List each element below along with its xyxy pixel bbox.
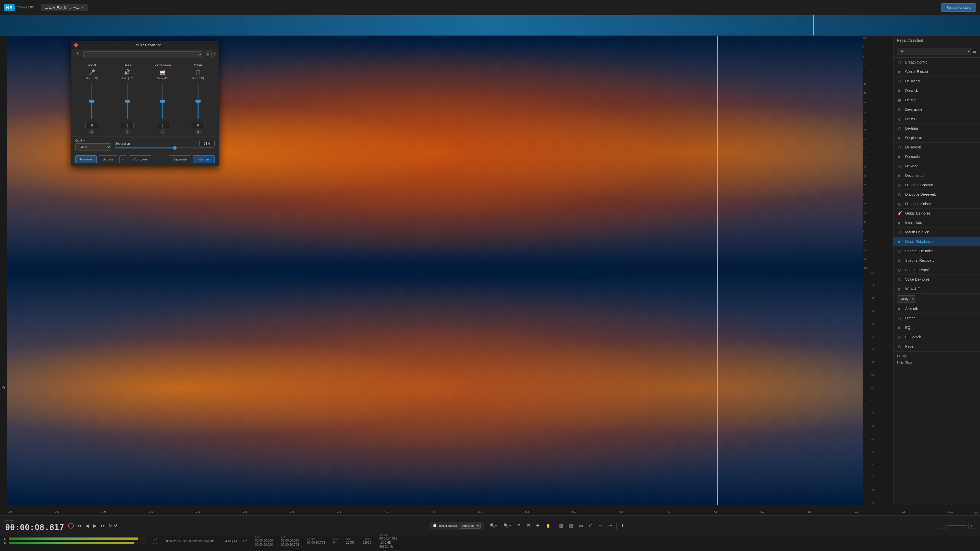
compare-button[interactable]: Compare [129, 156, 151, 163]
sidebar-item-music-rebalance[interactable]: ◎ Music Rebalance [894, 237, 980, 246]
dialogue-de-reverb-label: Dialogue De-reverb [905, 192, 936, 197]
sidebar-item-dither[interactable]: ◎ Dither [894, 313, 980, 323]
forward-button[interactable]: ⏭ [100, 522, 107, 529]
sidebar-item-dialogue-isolate[interactable]: ◎ Dialogue Isolate [894, 199, 980, 209]
spectrogram-toggle[interactable]: ▤ [567, 522, 575, 529]
lasso-tool[interactable]: ⬡ [587, 522, 595, 529]
spectrogram-bottom[interactable] [7, 270, 862, 505]
hand-tool[interactable]: ✋ [544, 522, 553, 529]
vocal-reset-button[interactable]: ↺ [89, 129, 94, 135]
quality-dropdown[interactable]: Good [75, 143, 111, 151]
percussion-fader-handle[interactable] [160, 100, 165, 103]
bass-value[interactable] [121, 123, 134, 128]
percussion-reset-button[interactable]: ↺ [160, 129, 165, 135]
spectrogram-area[interactable]: Music Rebalance 🎛 ☰ ? Vocal 🎤 [7, 36, 862, 505]
sidebar-item-eq[interactable]: ◎ EQ [894, 323, 980, 332]
dialog-menu-button[interactable]: ☰ [204, 52, 212, 58]
file-tab[interactable]: 1. Low_Full_Mirror.wav ✕ [41, 4, 88, 11]
separation-value-input[interactable] [199, 141, 215, 146]
separation-slider[interactable] [115, 148, 215, 148]
sidebar-item-deconstruct[interactable]: ◎ Deconstruct [894, 171, 980, 180]
sidebar-item-dialogue-de-reverb[interactable]: ◎ Dialogue De-reverb [894, 190, 980, 199]
bass-fader-handle[interactable] [125, 100, 130, 103]
sidebar-item-de-hum[interactable]: ◎ De-hum [894, 124, 980, 133]
sidebar-item-breath-control[interactable]: ◎ Breath Control [894, 58, 980, 67]
tab-close-icon[interactable]: ✕ [81, 6, 84, 9]
rewind-button[interactable]: ⏮ [76, 522, 83, 529]
zoom-out-button[interactable]: 🔍− [501, 522, 513, 529]
history-item-initial[interactable]: Initial State [897, 359, 977, 366]
sidebar-item-de-crackle[interactable]: ◎ De-crackle [894, 105, 980, 114]
zoom-sel-button[interactable]: ⊡ [525, 522, 532, 529]
repair-assistant-button[interactable]: Repair Assistant [941, 3, 976, 12]
sidebar-item-azimuth[interactable]: ◎ Azimuth [894, 304, 980, 313]
sidebar-item-eq-match[interactable]: ◎ EQ Match [894, 332, 980, 342]
zoom-in-h-button[interactable]: + [968, 523, 975, 529]
dialog-plugin-icon[interactable]: 🎛 [74, 52, 81, 57]
sidebar-item-de-rustle[interactable]: ◎ De-rustle [894, 152, 980, 162]
loop-button[interactable]: ↻ [108, 523, 112, 528]
sidebar-item-spectral-recovery[interactable]: ◎ Spectral Recovery [894, 256, 980, 265]
play-button[interactable]: ▶ [92, 522, 98, 530]
sidebar-item-voice-de-noise[interactable]: ◎ Voice De-noise [894, 275, 980, 284]
record-button[interactable] [68, 523, 74, 529]
separate-button[interactable]: Separate [169, 156, 191, 163]
sidebar-item-de-clip[interactable]: ▣ De-clip [894, 95, 980, 105]
sidebar-item-de-reverb[interactable]: ◎ De-reverb [894, 143, 980, 152]
other-fader-handle[interactable] [196, 100, 200, 103]
pencil-tool[interactable]: 〜 [606, 522, 614, 529]
separation-slider-handle[interactable] [173, 146, 177, 150]
display-toggle[interactable]: ▦ [557, 522, 565, 529]
bass-reset-button[interactable]: ↺ [125, 129, 130, 135]
sidebar-item-dialogue-contour[interactable]: ◎ Dialogue Contour [894, 180, 980, 190]
bass-fader-track[interactable] [127, 83, 128, 119]
sidebar-item-center-extract[interactable]: ◎ Center Extract [894, 67, 980, 76]
render-button[interactable]: Render [193, 156, 215, 163]
preset-dropdown[interactable] [83, 51, 202, 58]
sidebar-item-spectral-de-noise[interactable]: ◎ Spectral De-noise [894, 246, 980, 256]
sidebar-item-spectral-repair[interactable]: ◎ Spectral Repair [894, 265, 980, 275]
sidebar-item-de-ess[interactable]: ◎ De-ess [894, 114, 980, 124]
preview-button[interactable]: Preview [75, 156, 97, 163]
vocal-fader-handle[interactable] [89, 100, 94, 103]
bypass-button[interactable]: Bypass [99, 156, 118, 163]
sidebar-item-mouth-de-click[interactable]: ◎ Mouth De-click [894, 227, 980, 237]
utility-dropdown[interactable]: Utility [897, 295, 915, 303]
selection-tool[interactable]: ✚ [534, 522, 542, 529]
percussion-fader-track[interactable] [162, 83, 163, 119]
back-button[interactable]: ◀ [84, 522, 90, 530]
other-fader-track[interactable] [197, 83, 199, 119]
app-logo: RX ADVANCED [4, 4, 35, 11]
plus-button[interactable]: + [119, 156, 127, 163]
percussion-value[interactable] [156, 123, 169, 128]
render-btn-toolbar[interactable]: ⬆ [619, 522, 626, 529]
sidebar-item-wow-flutter[interactable]: ◎ Wow & Flutter [894, 284, 980, 294]
sidebar-filter-dropdown[interactable]: All [897, 48, 971, 55]
other-value[interactable] [192, 123, 204, 128]
attenuation-dropdown[interactable]: Attenuate [460, 523, 480, 529]
other-reset-button[interactable]: ↺ [196, 129, 200, 135]
zoom-out-h-button[interactable]: − [939, 523, 946, 529]
vocal-value[interactable] [86, 123, 98, 128]
sidebar-item-de-plosive[interactable]: ◎ De-plosive [894, 133, 980, 143]
zoom-in-button[interactable]: 🔍+ [488, 522, 500, 529]
waveform-toggle[interactable]: ▭ [577, 522, 585, 529]
sidebar-item-fade[interactable]: ◎ Fade [894, 342, 980, 351]
dialog-help-button[interactable]: ? [213, 52, 216, 57]
instant-process-checkbox[interactable] [433, 524, 436, 527]
timeline-ruler[interactable]: sec 0.00.51.01.52.02.53.03.54.04.55.05.5… [0, 505, 980, 515]
sidebar-item-de-bleed[interactable]: ◎ De-bleed [894, 76, 980, 86]
spectrogram-top[interactable]: Music Rebalance 🎛 ☰ ? Vocal 🎤 [7, 36, 862, 270]
sidebar-item-de-wind[interactable]: ◎ De-wind [894, 162, 980, 171]
fit-button[interactable]: ⊞ [515, 522, 523, 529]
sidebar-item-de-click[interactable]: ◎ De-click [894, 86, 980, 95]
sidebar-item-guitar-de-noise[interactable]: 🎸 Guitar De-noise [894, 209, 980, 218]
waveform-overview[interactable] [0, 15, 980, 36]
sidebar-menu-button[interactable]: ☰ [973, 49, 977, 54]
vocal-fader-track[interactable] [91, 83, 92, 119]
zoom-slider[interactable] [947, 525, 967, 526]
sidebar-item-interpolate[interactable]: ◎ Interpolate [894, 218, 980, 227]
brush-tool[interactable]: ✏ [597, 522, 604, 529]
dialog-close-button[interactable] [74, 43, 78, 47]
loop2-button[interactable]: ↺ [114, 523, 117, 528]
